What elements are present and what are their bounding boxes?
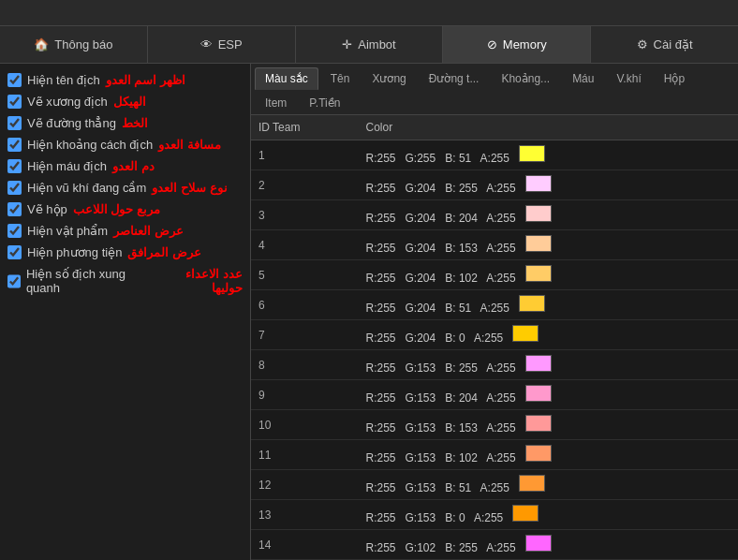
g-value: G:204 [406, 302, 436, 315]
checkbox-item-hien-ten-dich[interactable]: Hiện tên địch اظهر اسم العدو [7, 73, 243, 87]
checkbox-hien-phuong-tien[interactable] [7, 245, 22, 259]
checkbox-hien-mau-dich[interactable] [7, 159, 22, 173]
checkbox-item-hien-vu-khi[interactable]: Hiện vũ khí đang cầm نوع سلاح العدو [7, 181, 243, 195]
a-value: A:255 [486, 212, 515, 225]
checkbox-item-ve-duong-thang[interactable]: Vẽ đường thẳng الخط [7, 116, 243, 130]
color-swatch[interactable] [525, 445, 552, 462]
cell-color[interactable]: R:255 G:153 B: 255 A:255 [358, 350, 738, 380]
table-row[interactable]: 4 R:255 G:204 B: 153 A:255 [251, 230, 738, 260]
checkbox-item-hien-mau-dich[interactable]: Hiện máu địch دم العدو [7, 159, 243, 173]
cell-color[interactable]: R:255 G:153 B: 102 A:255 [358, 440, 738, 470]
tab-duong-t[interactable]: Đường t... [419, 67, 490, 90]
b-value: B: 204 [445, 391, 478, 405]
r-value: R:255 [365, 511, 395, 524]
tab-v-khi[interactable]: V.khí [606, 67, 651, 90]
checkbox-item-hien-so-dich[interactable]: Hiện số địch xung quanh عدد الاعداء حولي… [7, 267, 243, 295]
checkbox-hien-ten-dich[interactable] [7, 73, 22, 87]
table-row[interactable]: 13 R:255 G:153 B: 0 A:255 [251, 500, 738, 530]
tab-bar: Màu sắcTênXươngĐường t...Khoảng...MáuV.k… [251, 64, 738, 115]
cell-color[interactable]: R:255 G:255 B: 51 A:255 [358, 140, 738, 170]
g-value: G:153 [406, 391, 436, 405]
tab-xuong[interactable]: Xương [362, 67, 416, 90]
main-area: Hiện tên địch اظهر اسم العدو Vẽ xương đị… [0, 64, 738, 560]
left-panel: Hiện tên địch اظهر اسم العدو Vẽ xương đị… [0, 64, 251, 560]
nav-bar: 🏠Thông báo👁ESP✛Aimbot⊘Memory⚙Cài đặt [0, 26, 738, 64]
color-swatch[interactable] [519, 475, 545, 492]
cell-color[interactable]: R:255 G:204 B: 153 A:255 [358, 230, 738, 260]
color-swatch[interactable] [512, 505, 539, 522]
checkbox-ve-duong-thang[interactable] [7, 116, 22, 130]
table-container[interactable]: ID Team Color 1 R:255 G:255 B: 51 A:255 … [251, 115, 738, 560]
color-swatch[interactable] [525, 205, 552, 222]
color-swatch[interactable] [525, 415, 552, 432]
cell-color[interactable]: R:255 G:153 B: 153 A:255 [358, 410, 738, 440]
tab-khoang[interactable]: Khoảng... [491, 67, 560, 90]
color-swatch[interactable] [525, 235, 552, 252]
checkbox-item-hien-phuong-tien[interactable]: Hiện phương tiện عرض المرافق [7, 245, 243, 259]
checkbox-item-hien-khoang-cach[interactable]: Hiện khoảng cách địch مسافة العدو [7, 138, 243, 152]
table-row[interactable]: 8 R:255 G:153 B: 255 A:255 [251, 350, 738, 380]
table-row[interactable]: 14 R:255 G:102 B: 255 A:255 [251, 530, 738, 560]
table-row[interactable]: 10 R:255 G:153 B: 153 A:255 [251, 410, 738, 440]
cell-color[interactable]: R:255 G:204 B: 0 A:255 [358, 320, 738, 350]
a-value: A:255 [480, 152, 509, 165]
cell-color[interactable]: R:255 G:204 B: 51 A:255 [358, 290, 738, 320]
tab-hop[interactable]: Hộp [654, 67, 695, 90]
checkbox-hien-vat-pham[interactable] [7, 224, 22, 238]
cell-id: 2 [251, 170, 358, 200]
nav-btn-caidat[interactable]: ⚙Cài đặt [591, 26, 738, 63]
table-row[interactable]: 6 R:255 G:204 B: 51 A:255 [251, 290, 738, 320]
title-bar [0, 0, 738, 26]
tab-ten[interactable]: Tên [320, 67, 361, 90]
tab-mau-sac[interactable]: Màu sắc [255, 67, 318, 90]
table-row[interactable]: 11 R:255 G:153 B: 102 A:255 [251, 440, 738, 470]
color-swatch[interactable] [512, 325, 539, 342]
table-row[interactable]: 1 R:255 G:255 B: 51 A:255 [251, 140, 738, 170]
checkbox-hien-vu-khi[interactable] [7, 181, 22, 195]
color-swatch[interactable] [525, 355, 552, 372]
nav-btn-aimbot[interactable]: ✛Aimbot [296, 26, 444, 63]
table-row[interactable]: 3 R:255 G:204 B: 204 A:255 [251, 200, 738, 230]
cell-color[interactable]: R:255 G:204 B: 204 A:255 [358, 200, 738, 230]
nav-label-memory: Memory [503, 37, 547, 52]
label-hien-so-dich: Hiện số địch xung quanh [26, 267, 153, 295]
table-row[interactable]: 7 R:255 G:204 B: 0 A:255 [251, 320, 738, 350]
cell-color[interactable]: R:255 G:204 B: 102 A:255 [358, 260, 738, 290]
color-swatch[interactable] [525, 175, 552, 192]
cell-color[interactable]: R:255 G:102 B: 255 A:255 [358, 530, 738, 560]
nav-icon-aimbot: ✛ [342, 37, 352, 52]
r-value: R:255 [365, 152, 395, 165]
nav-btn-esp[interactable]: 👁ESP [148, 26, 296, 63]
checkbox-item-ve-hop[interactable]: Vẽ hộp مربع حول اللاعب [7, 202, 243, 216]
checkbox-ve-hop[interactable] [7, 202, 22, 216]
cell-color[interactable]: R:255 G:153 B: 51 A:255 [358, 470, 738, 500]
color-swatch[interactable] [525, 385, 552, 402]
color-swatch[interactable] [519, 145, 545, 162]
checkbox-item-ve-xuong-dich[interactable]: Vẽ xương địch الهيكل [7, 95, 243, 109]
table-row[interactable]: 12 R:255 G:153 B: 51 A:255 [251, 470, 738, 500]
a-value: A:255 [486, 541, 515, 554]
checkbox-hien-so-dich[interactable] [7, 274, 21, 288]
cell-color[interactable]: R:255 G:153 B: 0 A:255 [358, 500, 738, 530]
tab-mau[interactable]: Máu [562, 67, 604, 90]
color-swatch[interactable] [525, 535, 552, 552]
r-value: R:255 [365, 361, 395, 375]
checkbox-item-hien-vat-pham[interactable]: Hiện vật phẩm عرض العناصر [7, 224, 243, 238]
checkbox-hien-khoang-cach[interactable] [7, 138, 22, 152]
b-value: B: 153 [445, 421, 478, 435]
color-swatch[interactable] [525, 265, 552, 282]
nav-btn-memory[interactable]: ⊘Memory [443, 26, 591, 63]
cell-color[interactable]: R:255 G:204 B: 255 A:255 [358, 170, 738, 200]
cell-color[interactable]: R:255 G:153 B: 204 A:255 [358, 380, 738, 410]
checkbox-ve-xuong-dich[interactable] [7, 95, 22, 109]
table-row[interactable]: 2 R:255 G:204 B: 255 A:255 [251, 170, 738, 200]
nav-label-caidat: Cài đặt [654, 37, 693, 52]
tab-p-tien[interactable]: P.Tiền [299, 92, 350, 114]
a-value: A:255 [486, 421, 515, 435]
nav-btn-thongbao[interactable]: 🏠Thông báo [0, 26, 148, 63]
tab-item[interactable]: Item [255, 92, 297, 114]
color-swatch[interactable] [519, 295, 545, 312]
table-row[interactable]: 5 R:255 G:204 B: 102 A:255 [251, 260, 738, 290]
table-row[interactable]: 9 R:255 G:153 B: 204 A:255 [251, 380, 738, 410]
b-value: B: 204 [445, 212, 478, 225]
